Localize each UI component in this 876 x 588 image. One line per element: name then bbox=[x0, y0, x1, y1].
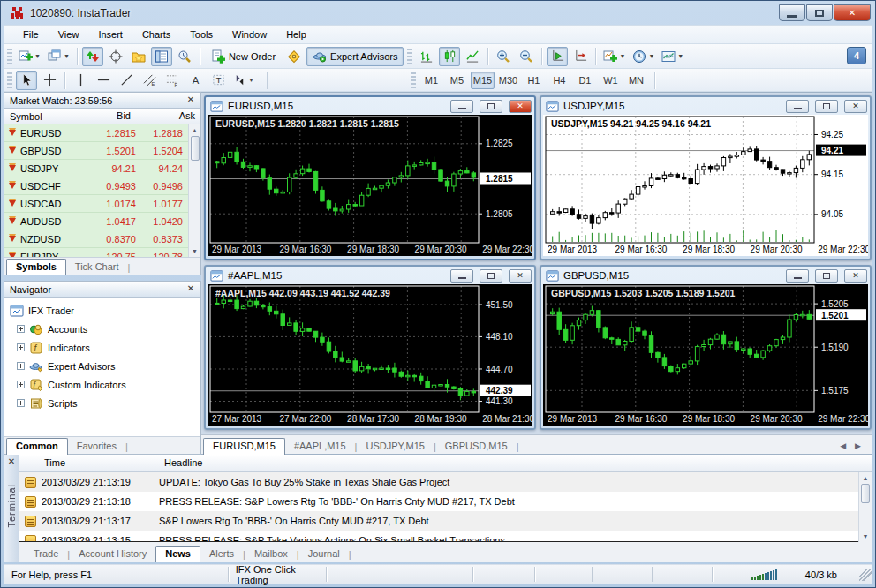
minimize-button[interactable] bbox=[779, 4, 805, 21]
close-button[interactable]: ✕ bbox=[834, 4, 871, 21]
tab-mailbox[interactable]: Mailbox bbox=[245, 547, 297, 562]
news-scrollbar[interactable]: ▲ ▼ bbox=[858, 472, 872, 542]
symbol-row[interactable]: AUDUSD1.04171.0420 bbox=[4, 213, 188, 230]
tree-item-indicators[interactable]: f Indicators bbox=[10, 338, 200, 357]
chart-close-button[interactable]: ✕ bbox=[844, 100, 867, 113]
toolbar-grip[interactable] bbox=[7, 72, 12, 88]
chart-window-eurusd[interactable]: EURUSD,M15 ✕ 1.28251.28051.281529 Mar 20… bbox=[204, 95, 536, 260]
chart-window-titlebar[interactable]: GBPUSD,M15 ✕ bbox=[541, 267, 870, 284]
timeframe-w1[interactable]: W1 bbox=[599, 72, 623, 89]
tab-symbols[interactable]: Symbols bbox=[6, 259, 66, 275]
scroll-up-icon[interactable]: ▲ bbox=[190, 124, 200, 136]
line-chart-type-button[interactable] bbox=[462, 47, 483, 66]
menu-insert[interactable]: Insert bbox=[88, 26, 132, 42]
tabs-scroll-right-icon[interactable]: ▶ bbox=[855, 441, 861, 450]
indicators-button[interactable]: ▼ bbox=[600, 47, 628, 66]
chart-restore-button[interactable] bbox=[815, 269, 838, 283]
column-bid[interactable]: Bid bbox=[86, 109, 136, 124]
chart-minimize-button[interactable] bbox=[786, 100, 809, 113]
chart-restore-button[interactable] bbox=[480, 100, 502, 113]
symbol-row[interactable]: NZDUSD0.83700.8373 bbox=[4, 230, 188, 248]
chart-tab-gbpusd[interactable]: GBPUSD,M15 bbox=[436, 439, 517, 454]
text-label-tool[interactable]: T bbox=[208, 71, 229, 90]
market-watch-titlebar[interactable]: Market Watch: 23:59:56 ✕ bbox=[4, 93, 200, 109]
timeframe-m30[interactable]: M30 bbox=[496, 72, 520, 89]
news-row[interactable]: 2013/03/29 21:13:17S&P Lowers Rtg To 'BB… bbox=[19, 511, 858, 531]
tab-journal[interactable]: Journal bbox=[299, 547, 349, 562]
chart-window-titlebar[interactable]: #AAPL,M15 ✕ bbox=[206, 267, 534, 284]
chart-window-gbpusd[interactable]: GBPUSD,M15 ✕ 1.52051.51901.51751.520129 … bbox=[540, 265, 872, 430]
tab-trade[interactable]: Trade bbox=[25, 547, 67, 562]
chart-window-aapl[interactable]: #AAPL,M15 ✕ 451.50448.10444.70441.30442.… bbox=[204, 265, 536, 430]
candlestick-type-button[interactable] bbox=[439, 47, 460, 66]
symbol-row[interactable]: USDJPY94.2194.24 bbox=[4, 160, 188, 177]
news-row[interactable]: 2013/03/29 21:13:18PRESS RELEASE: S&P Lo… bbox=[19, 492, 858, 511]
bar-chart-type-button[interactable] bbox=[416, 47, 437, 66]
navigator-close-icon[interactable]: ✕ bbox=[185, 283, 197, 295]
scroll-thumb[interactable] bbox=[861, 484, 870, 503]
chart-restore-button[interactable] bbox=[815, 100, 838, 113]
crosshair-tool-button[interactable] bbox=[39, 71, 60, 90]
new-order-button[interactable]: New Order bbox=[205, 47, 282, 66]
chart-close-button[interactable]: ✕ bbox=[509, 269, 532, 283]
news-row[interactable]: 2013/03/29 21:13:19UPDATE: Tokyo Gas To … bbox=[19, 472, 858, 492]
chart-canvas-usdjpy[interactable]: 94.2594.1594.0594.2129 Mar 201329 Mar 16… bbox=[543, 115, 868, 256]
cursor-tool-button[interactable] bbox=[16, 71, 37, 90]
menu-file[interactable]: File bbox=[13, 26, 49, 42]
chart-canvas-gbpusd[interactable]: 1.52051.51901.51751.520129 Mar 201329 Ma… bbox=[543, 284, 868, 426]
chart-restore-button[interactable] bbox=[480, 269, 502, 283]
chart-minimize-button[interactable] bbox=[450, 269, 473, 283]
market-watch-toggle[interactable] bbox=[151, 47, 172, 66]
trendline-tool[interactable] bbox=[116, 71, 137, 90]
menu-charts[interactable]: Charts bbox=[132, 26, 180, 42]
chart-close-button[interactable]: ✕ bbox=[509, 100, 532, 113]
title-bar[interactable]: 1020890: InstaTrader ✕ bbox=[4, 1, 872, 25]
timeframe-h1[interactable]: H1 bbox=[522, 72, 546, 89]
arrows-tool-button[interactable]: ▼ bbox=[230, 71, 257, 90]
strategy-tester-button[interactable] bbox=[174, 47, 195, 66]
scroll-thumb[interactable] bbox=[191, 136, 200, 161]
tree-item-accounts[interactable]: Accounts bbox=[10, 320, 200, 338]
timeframe-m5[interactable]: M5 bbox=[445, 72, 469, 89]
crosshair-button[interactable] bbox=[105, 47, 126, 66]
vertical-line-tool[interactable] bbox=[70, 71, 91, 90]
chart-window-usdjpy[interactable]: USDJPY,M15 ✕ 94.2594.1594.0594.2129 Mar … bbox=[540, 95, 872, 260]
column-ask[interactable]: Ask bbox=[136, 109, 200, 124]
chart-shift-toggle[interactable] bbox=[570, 47, 591, 66]
scroll-up-icon[interactable]: ▲ bbox=[860, 472, 871, 484]
timeframe-m1[interactable]: M1 bbox=[419, 72, 443, 89]
favorites-button[interactable] bbox=[128, 47, 149, 66]
zoom-out-button[interactable] bbox=[516, 47, 537, 66]
auto-scroll-toggle[interactable] bbox=[547, 47, 568, 66]
chart-tab-eurusd[interactable]: EURUSD,M15 bbox=[203, 438, 285, 455]
fibonacci-tool[interactable]: F bbox=[162, 71, 183, 90]
tab-favorites[interactable]: Favorites bbox=[68, 439, 125, 454]
expand-icon[interactable] bbox=[17, 362, 25, 370]
market-watch-scrollbar[interactable]: ▲ ▼ bbox=[188, 124, 200, 257]
text-tool[interactable]: A bbox=[185, 71, 206, 90]
market-watch-close-icon[interactable]: ✕ bbox=[185, 94, 197, 106]
profiles-button[interactable]: ▼ bbox=[45, 47, 72, 66]
timeframe-d1[interactable]: D1 bbox=[573, 72, 597, 89]
timeframe-h4[interactable]: H4 bbox=[548, 72, 571, 89]
chart-close-button[interactable]: ✕ bbox=[844, 269, 867, 283]
tab-account-history[interactable]: Account History bbox=[70, 547, 155, 562]
chart-window-titlebar[interactable]: EURUSD,M15 ✕ bbox=[206, 97, 534, 115]
column-headline[interactable]: Headline bbox=[159, 455, 872, 471]
chart-tab-aapl[interactable]: #AAPL,M15 bbox=[285, 439, 355, 454]
tree-item-expert-advisors[interactable]: Expert Advisors bbox=[10, 357, 200, 375]
horizontal-line-tool[interactable] bbox=[93, 71, 114, 90]
tab-news[interactable]: News bbox=[155, 546, 200, 562]
menu-window[interactable]: Window bbox=[223, 26, 276, 42]
symbol-row[interactable]: USDCHF0.94930.9496 bbox=[4, 177, 188, 195]
chart-canvas-eurusd[interactable]: 1.28251.28051.281529 Mar 201329 Mar 16:3… bbox=[208, 115, 532, 256]
menu-help[interactable]: Help bbox=[276, 26, 316, 42]
tree-root[interactable]: IFX Trader bbox=[10, 301, 200, 320]
chart-tab-usdjpy[interactable]: USDJPY,M15 bbox=[357, 439, 433, 454]
zoom-in-button[interactable] bbox=[493, 47, 514, 66]
symbol-row[interactable]: EURUSD1.28151.2818 bbox=[4, 124, 188, 142]
news-row[interactable]: 2013/03/29 21:13:15PRESS RELEASE: S&P Ta… bbox=[19, 531, 858, 542]
chart-window-titlebar[interactable]: USDJPY,M15 ✕ bbox=[541, 97, 870, 115]
toolbar-grip[interactable] bbox=[7, 49, 12, 64]
maximize-button[interactable] bbox=[806, 4, 833, 21]
